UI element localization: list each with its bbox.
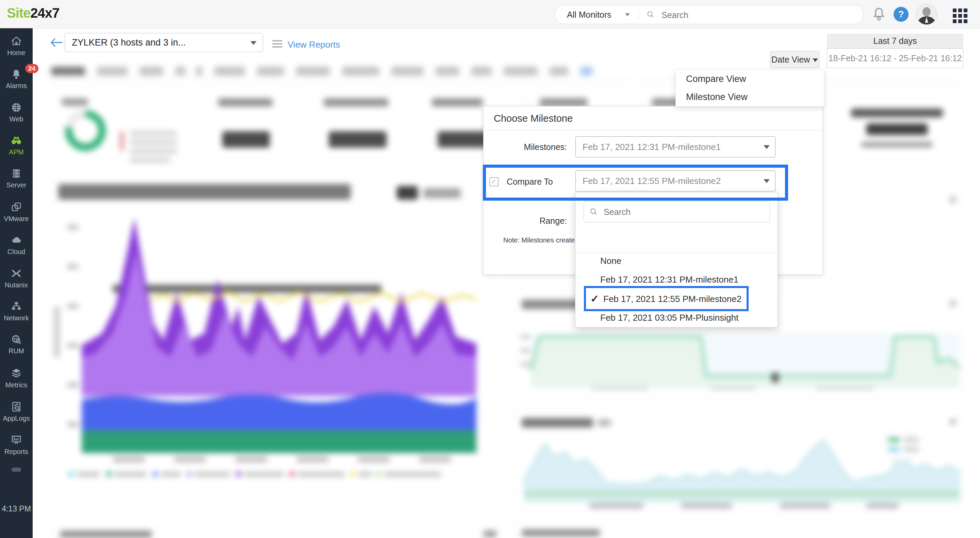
sidebar-label: Alarms [0,82,33,90]
option-milestone1[interactable]: Feb 17, 2021 12:31 PM-milestone1 [576,272,778,287]
topbar: Site24x7 All Monitors ? [0,0,980,29]
sidebar-item-alarms[interactable]: 24 Alarms [0,68,33,90]
server-icon [10,175,22,181]
sidebar-item-applogs[interactable]: AppLogs [0,401,33,422]
menu-item-compare-view[interactable]: Compare View [676,70,824,88]
sidebar-item-metrics[interactable]: Metrics [0,367,33,389]
sidebar-label: Home [0,49,33,57]
logo-24x7: 24x7 [30,5,59,21]
sidebar-label: Reports [0,448,33,456]
sidebar-label: AppLogs [0,414,33,422]
bell-icon: 24 [10,68,22,82]
sidebar-label: Nutanix [0,281,33,289]
date-view-button[interactable]: Date View [770,51,819,68]
request-time-chart [524,327,959,388]
sidebar-partial-icon [11,468,21,472]
sidebar-label: Metrics [0,381,33,389]
help-button[interactable]: ? [894,7,908,22]
sidebar-label: Cloud [0,248,33,256]
tab[interactable] [296,67,330,76]
date-view-menu: Compare View Milestone View [675,70,824,106]
bottom-panel-right [514,521,964,538]
sidebar-clock: 4:13 PM [0,504,33,514]
tab[interactable] [342,67,379,76]
compare-to-select-value: Feb 17, 2021 12:55 PM-milestone2 [582,176,721,186]
tab[interactable] [391,67,424,76]
monitor-selector-value: ZYLKER (3 hosts and 3 in... [72,33,186,52]
legend-dot [350,471,356,477]
nutanix-icon [10,275,22,281]
view-reports-link[interactable]: View Reports [288,40,340,50]
sidebar-item-server[interactable]: Server [0,167,33,189]
dropdown-search-input[interactable] [603,205,761,219]
sidebar-item-reports[interactable]: Reports [0,434,33,456]
tab[interactable] [550,67,568,76]
milestone-note: Note: Milestones create [503,236,575,244]
sidebar-label: VMware [0,215,33,223]
compare-to-label: Compare To [507,172,553,191]
compare-to-checkbox[interactable]: ✓ [489,177,498,186]
chevron-down-icon [813,59,818,62]
metrics-icon [10,375,22,381]
network-icon [10,308,22,314]
app-grid-icon[interactable] [953,8,967,23]
site24x7-logo[interactable]: Site24x7 [7,5,59,21]
sidebar-item-nutanix[interactable]: Nutanix [0,267,33,289]
tab[interactable] [196,67,202,76]
legend-dot [236,471,241,477]
tab-active[interactable] [51,67,85,76]
compare-to-select[interactable]: Feb 17, 2021 12:55 PM-milestone2 [576,170,775,192]
kpi-card [308,86,411,161]
stacked-area-chart [82,211,476,453]
option-plusinsight[interactable]: Feb 17, 2021 03:05 PM-Plusinsight [576,310,778,325]
scrollbar-thumb[interactable] [483,530,497,537]
tab-highlighted[interactable] [580,67,592,76]
report-list-icon[interactable] [272,40,282,49]
sidebar-item-network[interactable]: Network [0,300,33,322]
kpi-card-apdex [51,86,187,161]
sidebar-item-apm[interactable]: APM [0,134,33,156]
sidebar-label: APM [0,148,33,156]
binoculars-icon [10,142,22,148]
tab[interactable] [257,67,284,76]
sidebar-item-web[interactable]: Web [0,102,33,123]
legend-dot [153,471,158,477]
tab[interactable] [175,67,185,76]
menu-item-milestone-view[interactable]: Milestone View [676,88,824,106]
option-milestone2-selected[interactable]: ✓ Feb 17, 2021 12:55 PM-milestone2 [576,288,778,310]
applogs-icon [10,408,22,414]
tab[interactable] [504,67,538,76]
date-range-picker[interactable]: 18-Feb-21 16:12 - 25-Feb-21 16:12 [827,48,963,68]
tab[interactable] [97,67,127,76]
global-search: All Monitors [555,5,864,24]
quick-range-label[interactable]: Last 7 days [827,34,963,48]
user-avatar[interactable] [916,4,937,25]
monitor-selector-dropdown[interactable]: ZYLKER (3 hosts and 3 in... [65,33,263,52]
mini-legend [884,433,926,459]
tab[interactable] [436,67,460,76]
legend-dot [375,471,381,477]
milestones-select-value: Feb 17, 2021 12:31 PM-milestone1 [582,142,721,152]
sidebar-item-cloud[interactable]: Cloud [0,234,33,256]
monitor-scope-dropdown[interactable]: All Monitors [567,5,611,24]
chevron-down-icon[interactable] [625,13,630,16]
notification-bell-icon[interactable] [871,6,887,22]
tab[interactable] [140,67,163,76]
dialog-title: Choose Milestone [494,106,573,130]
sidebar-item-rum[interactable]: RUM [0,333,33,355]
chevron-down-icon [250,41,256,45]
sidebar-item-vmware[interactable]: VMware [0,201,33,223]
option-none[interactable]: None [576,253,778,268]
site24x7-app: Site24x7 All Monitors ? Home 24 Alarms W… [0,0,980,538]
search-input[interactable] [661,8,853,22]
sidebar-item-home[interactable]: Home [0,35,33,57]
legend-dot [106,471,111,477]
milestones-select[interactable]: Feb 17, 2021 12:31 PM-milestone1 [576,136,775,157]
tab-underline [51,78,963,79]
home-icon [10,43,22,48]
tab[interactable] [215,67,245,76]
legend-dot [68,471,73,477]
tab[interactable] [471,67,492,76]
back-arrow-icon[interactable] [50,37,63,48]
blurred-digit [772,373,778,382]
